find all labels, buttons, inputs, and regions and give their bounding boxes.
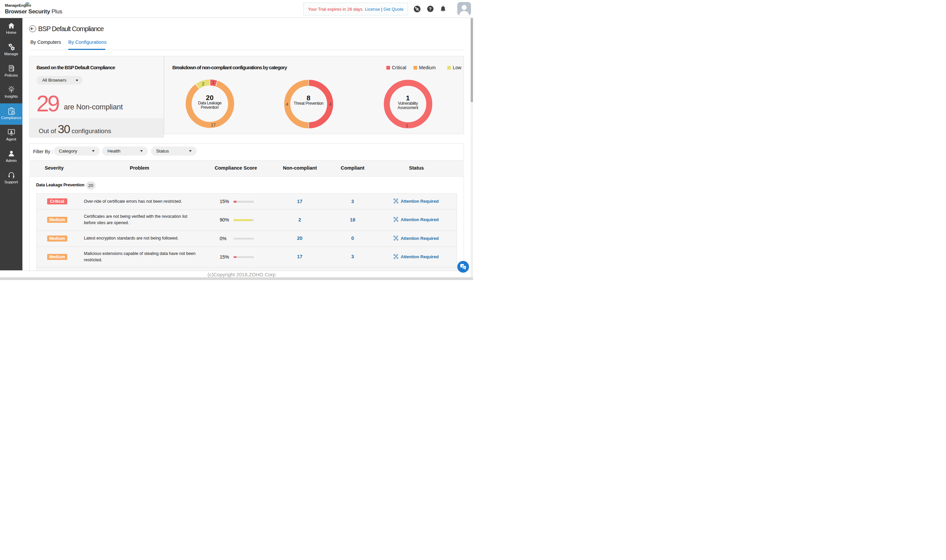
svg-text:2: 2 xyxy=(202,81,204,86)
svg-text:17: 17 xyxy=(211,122,215,128)
svg-text:1: 1 xyxy=(212,80,214,85)
svg-text:1: 1 xyxy=(405,123,408,128)
